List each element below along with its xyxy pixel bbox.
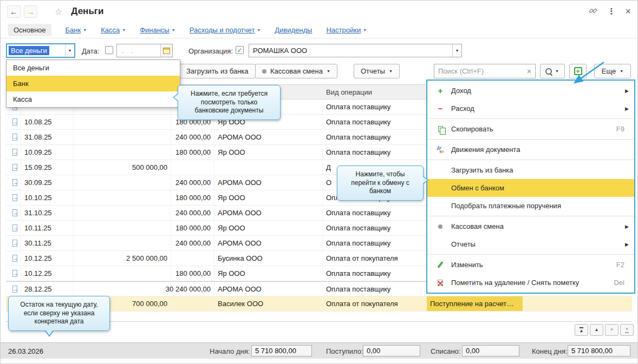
cell-date[interactable]: 30.09.25 bbox=[21, 175, 74, 190]
cell-amount-in[interactable] bbox=[74, 190, 171, 205]
cell-date[interactable]: 31.10.25 bbox=[21, 206, 74, 220]
menu-item-reports[interactable]: Отчеты ▶ bbox=[427, 235, 634, 253]
reports-button[interactable]: Отчеты ▼ bbox=[354, 64, 400, 78]
cell-operation[interactable]: Оплата поставщику bbox=[323, 221, 427, 235]
combobox-arrow-icon[interactable]: ▼ bbox=[65, 44, 74, 57]
combobox-arrow-icon[interactable]: ▼ bbox=[452, 44, 461, 57]
tab-settings[interactable]: Настройки▼ bbox=[326, 26, 367, 34]
option-all-money[interactable]: Все деньги bbox=[6, 60, 180, 76]
cell-amount-in[interactable] bbox=[74, 130, 171, 144]
date-checkbox[interactable] bbox=[105, 46, 113, 54]
menu-item-load-from-bank[interactable]: Загрузить из банка bbox=[427, 161, 634, 179]
cell-amount-in[interactable]: 2 500 000,00 bbox=[74, 251, 171, 266]
cell-amount-in[interactable] bbox=[74, 221, 171, 235]
money-filter-combobox[interactable]: Все деньги ▼ bbox=[6, 43, 75, 58]
cell-amount-out[interactable]: 180 000,00 bbox=[171, 266, 214, 281]
cash-shift-button[interactable]: Кассовая смена ▼ bbox=[255, 64, 337, 78]
cell-amount-out[interactable]: 240 000,00 bbox=[171, 130, 214, 144]
clear-search-icon[interactable]: × bbox=[527, 67, 531, 76]
search-input[interactable]: Поиск (Ctrl+F) × bbox=[434, 64, 536, 78]
cell-operation[interactable]: Оплата от покупателя bbox=[323, 296, 427, 311]
cell-amount-out[interactable]: 240 000,00 bbox=[171, 206, 214, 220]
header-operation[interactable]: Вид операции bbox=[323, 85, 427, 99]
menu-item-edit[interactable]: Изменить F2 bbox=[427, 256, 634, 274]
tab-finance[interactable]: Финансы▼ bbox=[140, 26, 175, 34]
cell-counterparty[interactable]: АРОМА ООО bbox=[214, 175, 323, 190]
tab-expenses[interactable]: Расходы и подотчет▼ bbox=[190, 26, 261, 34]
cell-operation[interactable]: Оплата поставщику bbox=[323, 266, 427, 281]
cell-counterparty[interactable]: АРОМА ООО bbox=[214, 236, 323, 250]
cell-date[interactable]: 31.08.25 bbox=[21, 130, 74, 144]
cell-counterparty[interactable]: Бусинка ООО bbox=[214, 251, 323, 266]
menu-item-cash-shift[interactable]: Кассовая смена ▶ bbox=[427, 217, 634, 235]
cell-operation[interactable]: Оплата от покупателя bbox=[323, 251, 427, 266]
menu-item-copy[interactable]: Скопировать F9 bbox=[427, 120, 634, 138]
cell-operation[interactable]: Оплата поставщику bbox=[323, 100, 427, 114]
menu-item-bank-exchange[interactable]: Обмен с банком bbox=[427, 179, 634, 197]
close-icon[interactable]: × bbox=[625, 6, 631, 16]
cell-counterparty[interactable]: АРОМА ООО bbox=[214, 130, 323, 144]
first-row-button[interactable]: ▲ bbox=[575, 324, 588, 336]
cell-date[interactable]: 10.09.25 bbox=[21, 145, 74, 160]
cell-amount-in[interactable]: 500 000,00 bbox=[74, 160, 171, 175]
next-row-button[interactable]: ▼ bbox=[605, 324, 619, 336]
link-icon[interactable] bbox=[589, 6, 597, 17]
cell-amount-in[interactable] bbox=[74, 206, 171, 220]
cell-amount-in[interactable] bbox=[74, 175, 171, 190]
cell-amount-in[interactable] bbox=[74, 282, 171, 296]
cell-amount-in[interactable] bbox=[74, 266, 171, 281]
cell-amount-out[interactable]: 180 000,00 bbox=[171, 190, 214, 205]
last-row-button[interactable]: ▼ bbox=[620, 324, 634, 336]
cell-counterparty[interactable]: Яр ООО bbox=[214, 145, 323, 160]
favorite-star-icon[interactable]: ☆ bbox=[55, 6, 62, 17]
menu-item-pick-payment-orders[interactable]: Подобрать платежные поручения bbox=[427, 197, 634, 215]
option-cash[interactable]: Касса bbox=[6, 91, 180, 107]
menu-item-expense[interactable]: Расход ▶ bbox=[427, 100, 634, 117]
more-menu-icon[interactable]: ⋮ bbox=[607, 6, 615, 16]
previous-row-button[interactable]: ▲ bbox=[590, 324, 603, 336]
load-from-bank-button[interactable]: Загрузить из банка bbox=[179, 64, 256, 78]
tab-dividends[interactable]: Дивиденды bbox=[275, 26, 312, 34]
calendar-button[interactable] bbox=[160, 44, 172, 57]
cell-operation[interactable]: Оплата поставщику bbox=[323, 206, 427, 220]
cell-counterparty[interactable]: АРОМА ООО bbox=[214, 206, 323, 220]
cell-counterparty[interactable]: Яр ООО bbox=[214, 266, 323, 281]
cell-date[interactable]: 10.08.25 bbox=[21, 115, 74, 129]
cell-date[interactable]: 10.10.25 bbox=[21, 190, 74, 205]
cell-amount-out[interactable]: 240 000,00 bbox=[171, 236, 214, 250]
tab-main[interactable]: Основное bbox=[8, 24, 51, 36]
cell-date[interactable]: 15.09.25 bbox=[21, 160, 74, 175]
cell-date[interactable]: 30.11.25 bbox=[21, 236, 74, 250]
cell-counterparty[interactable] bbox=[214, 160, 323, 175]
menu-item-document-movements[interactable]: Движения документа bbox=[427, 141, 634, 158]
cell-operation[interactable]: Оплата поставщику bbox=[323, 282, 427, 296]
cell-amount-in[interactable] bbox=[74, 145, 171, 160]
cell-amount-out[interactable] bbox=[171, 251, 214, 266]
cell-date[interactable]: 10.12.25 bbox=[21, 266, 74, 281]
cell-amount-out[interactable] bbox=[171, 160, 214, 175]
cell-amount-in[interactable] bbox=[74, 236, 171, 250]
cell-doc-type-focused[interactable]: Поступление на расчет… bbox=[427, 296, 523, 311]
menu-item-mark-for-deletion[interactable]: Пометить на удаление / Снять пометку Del bbox=[427, 274, 634, 292]
cell-amount-out[interactable]: 180 000,00 bbox=[171, 145, 214, 160]
cell-date[interactable]: 28.12.25 bbox=[21, 282, 74, 296]
cell-counterparty[interactable]: АРОМА ООО bbox=[214, 282, 323, 296]
cell-operation[interactable]: Оплата поставщику bbox=[323, 236, 427, 250]
cell-amount-out[interactable]: 30 240 000,00 bbox=[171, 282, 214, 296]
cell-date[interactable]: 10.11.25 bbox=[21, 221, 74, 235]
date-field[interactable]: . . bbox=[116, 44, 173, 57]
cell-amount-out[interactable] bbox=[171, 296, 214, 311]
cell-amount-in[interactable] bbox=[74, 115, 171, 129]
cell-counterparty[interactable]: Яр ООО bbox=[214, 190, 323, 205]
option-bank[interactable]: Банк bbox=[6, 76, 180, 91]
back-button[interactable]: ← bbox=[7, 5, 21, 18]
cell-counterparty[interactable]: Яр ООО bbox=[214, 221, 323, 235]
organization-combobox[interactable]: РОМАШКА ООО ▼ bbox=[249, 44, 462, 57]
cell-amount-out[interactable]: 180 000,00 bbox=[171, 221, 214, 235]
cell-operation[interactable]: Оплата поставщику bbox=[323, 145, 427, 160]
tab-cash[interactable]: Касса▼ bbox=[101, 26, 126, 34]
cell-amount-out[interactable]: 240 000,00 bbox=[171, 175, 214, 190]
forward-button[interactable]: → bbox=[24, 5, 37, 18]
cell-counterparty[interactable]: Василек ООО bbox=[214, 296, 323, 311]
tab-bank[interactable]: Банк▼ bbox=[66, 26, 87, 34]
